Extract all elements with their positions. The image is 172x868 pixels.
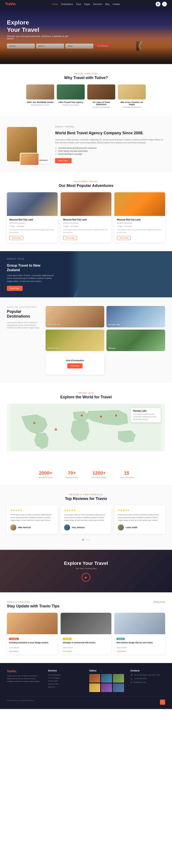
adventure-group-2: 12 People bbox=[124, 225, 132, 227]
footer-gallery-grid bbox=[89, 674, 124, 692]
cta-play-button[interactable]: ▶ bbox=[82, 573, 90, 582]
footer-top: TraVio. Lorem ipsum dolor sit amet conse… bbox=[7, 670, 165, 692]
find-now-button[interactable]: Find Now bbox=[67, 363, 82, 369]
gallery-thumb-5[interactable] bbox=[113, 683, 124, 692]
dest-card-2[interactable]: African Park bbox=[46, 330, 104, 351]
adventure-title-1: Moscow Red City Land bbox=[63, 218, 109, 221]
review-cards-container: ★★★★★ Lorem ipsum dolor sit amet consect… bbox=[7, 505, 165, 534]
map-tooltip: Norway Lake Lorem ipsum dolor sit amet, … bbox=[131, 408, 161, 423]
group-book-button[interactable]: Book Now bbox=[7, 286, 23, 291]
footer-copyright: © 2023 Travio. All Rights Reserved. bbox=[7, 700, 34, 705]
gallery-thumb-0[interactable] bbox=[89, 674, 100, 683]
service-0[interactable]: Our Destinations bbox=[48, 674, 83, 676]
navbar: TraVio. Home Destinations Tours Pages El… bbox=[0, 0, 172, 8]
service-1[interactable]: Tour Packages bbox=[48, 677, 83, 679]
nav-link-destinations[interactable]: Destinations bbox=[61, 3, 73, 5]
search-button[interactable]: 🔍 bbox=[162, 2, 167, 6]
read-more-0[interactable]: View Details bbox=[9, 650, 55, 652]
world-map-container: Norway Lake Lorem ipsum dolor sit amet, … bbox=[7, 404, 165, 451]
svg-point-2 bbox=[55, 428, 57, 431]
service-3[interactable]: Special Offers bbox=[48, 683, 83, 685]
tooltip-desc: Lorem ipsum dolor sit amet, consectetur … bbox=[133, 413, 158, 421]
group-title: Group Travel to New Zealand bbox=[7, 264, 54, 273]
gallery-thumb-2[interactable] bbox=[113, 674, 124, 683]
adventure-duration-0: 7 Days bbox=[9, 225, 15, 227]
footer-services-list: Our Destinations Tour Packages Travel Gu… bbox=[48, 674, 83, 688]
svg-point-5 bbox=[115, 414, 117, 416]
gallery-thumb-4[interactable] bbox=[101, 683, 112, 692]
dot-1[interactable] bbox=[85, 539, 87, 540]
adventure-price-0: $176.00 Per person bbox=[9, 222, 55, 224]
why-card-0: 2000+ Our Worldwide Guides Perfect guide… bbox=[26, 85, 54, 108]
nav-link-tours[interactable]: Tours bbox=[76, 3, 81, 5]
check-0: Attractive prices and discounts for cust… bbox=[55, 147, 165, 149]
why-title: Why Travel with Tutive? bbox=[7, 75, 165, 80]
adventure-title-0: Moscow Red City Land bbox=[9, 218, 55, 221]
service-4[interactable]: About Us bbox=[48, 686, 83, 688]
review-text-2: Lorem ipsum dolor sit amet consectetur a… bbox=[118, 514, 162, 522]
check-2: Global destination coverage bbox=[55, 153, 165, 155]
blog-card-1: Tourism Strategic & commercial with Issu… bbox=[61, 613, 111, 655]
find-all-card: Find All Destination Find Now bbox=[46, 353, 104, 375]
adventure-card-1: Moscow Red City Land $176.00 Per person … bbox=[61, 192, 111, 243]
adventure-group-1: 12 People bbox=[70, 225, 78, 227]
read-more-1[interactable]: View Details bbox=[63, 650, 109, 652]
footer-gallery-title: Gallery bbox=[89, 670, 124, 672]
adventure-image-1 bbox=[61, 192, 111, 216]
read-more-2[interactable]: View Details bbox=[117, 650, 163, 652]
stat-1: 70+ Amazing Guides bbox=[59, 470, 85, 478]
adventure-btn-1[interactable]: Tour Details bbox=[63, 236, 77, 240]
user-button[interactable]: 👤 bbox=[156, 2, 161, 6]
dot-2[interactable] bbox=[88, 539, 90, 540]
why-card-desc-0: Perfect guides for travel bbox=[26, 104, 54, 106]
dest-card-1[interactable]: Norway Lake bbox=[107, 306, 165, 328]
nav-link-contact[interactable]: Contact bbox=[112, 3, 120, 5]
adventure-btn-2[interactable]: Tour Details bbox=[117, 236, 131, 240]
adventure-desc-1: Lorem ipsum dolor sit amet consectetur a… bbox=[63, 228, 109, 234]
scroll-top-button[interactable]: ↑ bbox=[160, 700, 165, 705]
avatar-1 bbox=[64, 524, 70, 530]
logo-text-prefix: Tra bbox=[5, 2, 10, 6]
nav-link-blog[interactable]: Blog bbox=[105, 3, 109, 5]
world-best-sub-image bbox=[20, 153, 39, 166]
why-card-image-0 bbox=[26, 85, 54, 99]
popular-dest-left: POPULAR DESTINATIONS Popular Destination… bbox=[7, 306, 41, 375]
nav-link-pages[interactable]: Pages bbox=[84, 3, 90, 5]
phone-icon: 📞 bbox=[131, 678, 133, 680]
contact-phone: +1 234 567 8901 bbox=[134, 678, 147, 680]
world-best-title: World Best Travel Agency Company Since 2… bbox=[55, 131, 165, 135]
why-card-title-1: 100% Trusted Tour Agency bbox=[57, 101, 85, 103]
dest-card-0[interactable]: New York City bbox=[46, 306, 104, 328]
hero-mountain-bg bbox=[0, 38, 172, 64]
contact-1: 📞 +1 234 567 8901 bbox=[131, 678, 165, 680]
why-card-2: 12+ Years of Travel Experience Decades o… bbox=[87, 85, 115, 108]
contact-2: ✉ info@travio.com bbox=[131, 681, 165, 684]
adventure-btn-0[interactable]: Tour Details bbox=[9, 236, 23, 240]
world-best-images: ▶ Find Your Best Destination bbox=[7, 127, 50, 161]
footer-about-text: Lorem ipsum dolor sit amet consectetur a… bbox=[7, 675, 42, 683]
gallery-thumb-1[interactable] bbox=[101, 674, 112, 683]
why-card-title-0: 2000+ Our Worldwide Guides bbox=[26, 101, 54, 103]
footer-contacts-title: Contacts bbox=[131, 670, 165, 672]
group-label: GROUP TOUR bbox=[7, 258, 54, 260]
adventures-section: FEATURED TOURS Our Most Popular Adventur… bbox=[0, 172, 172, 251]
nav-link-elements[interactable]: Elements bbox=[93, 3, 102, 5]
read-more-button[interactable]: Read More bbox=[55, 158, 71, 163]
blog-view-all-link[interactable]: All Blog Posts bbox=[153, 601, 165, 603]
blog-meta-2: June October bbox=[117, 647, 127, 649]
gallery-thumb-3[interactable] bbox=[89, 683, 100, 692]
why-card-title-2: 12+ Years of Travel Experience bbox=[87, 101, 115, 105]
why-travel-section: TRAVEL SERVICES Why Travel with Tutive? … bbox=[0, 64, 172, 117]
group-desc: Lorem ipsum dolor sit amet, consectetur … bbox=[7, 274, 54, 283]
stats-section: 2000+ Worldwide Clients 70+ Amazing Guid… bbox=[0, 464, 172, 485]
world-map-section: TRAVEL MAP Explore the World for Travel bbox=[0, 383, 172, 464]
nav-link-home[interactable]: Home bbox=[52, 3, 58, 5]
dot-0[interactable] bbox=[82, 539, 84, 540]
dest-label-vietnam: Vietnam bbox=[108, 347, 116, 349]
group-banner-section: GROUP TOUR Group Travel to New Zealand L… bbox=[0, 251, 172, 298]
blog-tag-1: Tourism bbox=[63, 638, 71, 640]
dest-card-3[interactable]: Vietnam bbox=[107, 330, 165, 351]
why-card-title-3: 98% of Our Travelers are Happy bbox=[118, 101, 146, 105]
why-card-desc-3: Satisfaction guaranteed bbox=[118, 106, 146, 108]
service-2[interactable]: Travel Guide bbox=[48, 680, 83, 682]
